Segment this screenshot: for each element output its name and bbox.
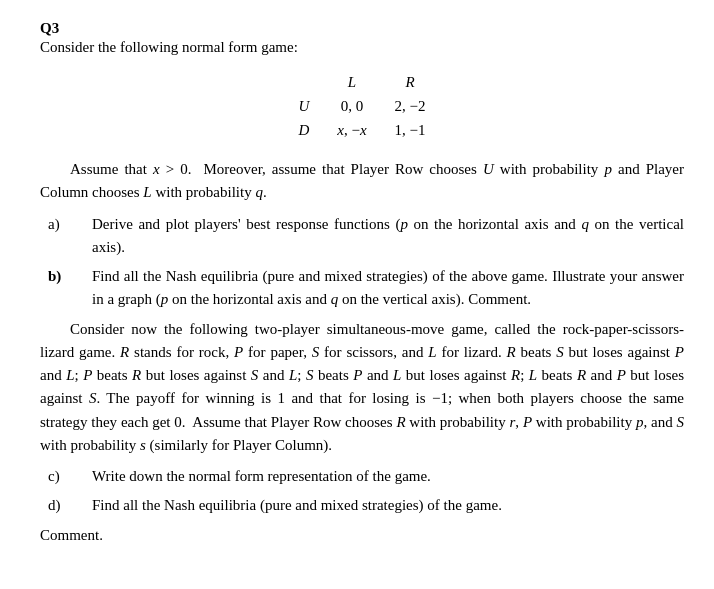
sub-item-c-label: c)	[40, 465, 92, 488]
sub-item-b: b) Find all the Nash equilibria (pure an…	[40, 265, 684, 312]
sub-item-a-label: a)	[40, 213, 92, 260]
sub-item-d-label: d)	[40, 494, 92, 517]
paragraph-2: Consider now the following two-player si…	[40, 318, 684, 458]
sub-item-b-text: Find all the Nash equilibria (pure and m…	[92, 265, 684, 312]
sub-item-d: d) Find all the Nash equilibria (pure an…	[40, 494, 684, 517]
sub-item-c: c) Write down the normal form representa…	[40, 465, 684, 488]
sub-item-c-text: Write down the normal form representatio…	[92, 465, 684, 488]
comment-line: Comment.	[40, 524, 684, 547]
question-intro: Consider the following normal form game:	[40, 39, 684, 56]
sub-item-a-text: Derive and plot players' best response f…	[92, 213, 684, 260]
question-container: Q3 Consider the following normal form ga…	[40, 20, 684, 547]
paragraph-1: Assume that x > 0. Moreover, assume that…	[40, 158, 684, 205]
sub-item-a: a) Derive and plot players' best respons…	[40, 213, 684, 260]
game-matrix: L R U 0, 0 2, −2 D x, −x 1, −1	[40, 70, 684, 142]
question-label: Q3	[40, 20, 684, 37]
sub-item-d-text: Find all the Nash equilibria (pure and m…	[92, 494, 684, 517]
sub-item-b-label: b)	[40, 265, 92, 312]
